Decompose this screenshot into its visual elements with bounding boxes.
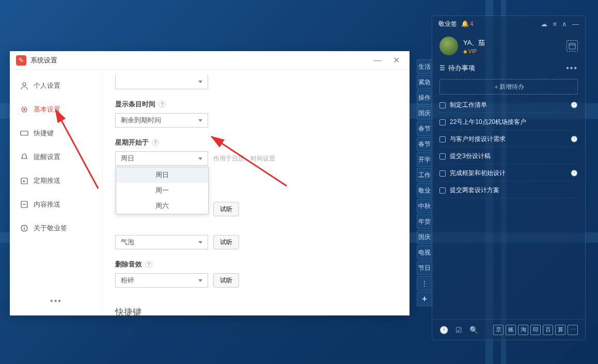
tag-sidebar: 生活 紧急 操作 国庆 春节 春节 开学 工作 敬业 中秋 年货 国庆 电视 节… [417, 59, 432, 306]
check-icon[interactable]: ☑ [455, 326, 462, 334]
sidebar-item-label: 基本设置 [34, 105, 60, 114]
history-icon[interactable]: 🕐 [439, 326, 448, 334]
try-listen-button-3[interactable]: 试听 [213, 273, 239, 288]
search-icon[interactable]: 🔍 [469, 326, 478, 334]
tag-item[interactable]: 电视 [417, 245, 432, 260]
footer-shortcut[interactable]: 京 [493, 325, 503, 335]
checkbox[interactable] [439, 170, 446, 177]
delete-sound-select[interactable]: 粉碎 [115, 273, 208, 288]
svg-point-12 [24, 226, 25, 227]
bell-icon: 🔔 [461, 20, 469, 27]
sidebar-item-about[interactable]: 关于敬业签 [10, 216, 102, 240]
sidebar-item-content[interactable]: 内容推送 [10, 193, 102, 216]
sync-icon[interactable]: ☁ [541, 20, 547, 28]
sidebar-item-personal[interactable]: 个人设置 [10, 74, 102, 98]
checkbox[interactable] [439, 102, 446, 108]
close-button[interactable]: ✕ [389, 53, 403, 68]
sidebar-item-shortcut[interactable]: 快捷键 [10, 121, 102, 145]
tag-item[interactable]: 节日 [417, 261, 432, 275]
tag-add[interactable]: + [417, 292, 432, 306]
sidebar-item-label: 快捷键 [34, 129, 54, 138]
svg-point-0 [23, 83, 26, 86]
tag-more[interactable]: ⋮ [417, 276, 432, 291]
tag-item[interactable]: 开学 [417, 152, 432, 167]
clock-icon: 🕐 [571, 170, 578, 177]
collapse-icon[interactable]: ∧ [562, 20, 567, 28]
sidebar-item-label: 个人设置 [34, 81, 60, 90]
tag-item[interactable]: 敬业 [417, 183, 432, 198]
chevron-down-icon [198, 241, 202, 244]
clock-icon: 🕐 [571, 136, 578, 143]
ghost-select[interactable] [115, 75, 208, 89]
bubble-select[interactable]: 气泡 [115, 235, 208, 249]
sidebar-item-label: 关于敬业签 [34, 224, 67, 233]
content-icon [20, 200, 28, 209]
minimize-button[interactable]: — [370, 53, 385, 68]
bell-icon [20, 153, 28, 161]
tag-item[interactable]: 生活 [417, 59, 432, 74]
minimize-icon[interactable]: — [572, 20, 579, 28]
footer-shortcut[interactable]: 算 [555, 325, 565, 335]
avatar[interactable] [439, 37, 458, 55]
help-icon[interactable]: ? [152, 139, 159, 146]
todo-item[interactable]: 制定工作清单 🕐 [439, 98, 578, 113]
display-time-label: 显示条目时间 ? [115, 100, 397, 109]
footer-shortcut[interactable]: 账 [506, 325, 516, 335]
settings-content: 显示条目时间 ? 剩余到期时间 星期开始于 ? 周日 周日 [103, 70, 410, 315]
todo-item[interactable]: 22号上午10点20机场接客户 [439, 115, 578, 130]
display-time-select[interactable]: 剩余到期时间 [115, 113, 208, 128]
svg-point-2 [23, 108, 25, 110]
todo-more-icon[interactable]: ••• [566, 64, 578, 73]
try-listen-button-1[interactable]: 试听 [213, 202, 239, 216]
tag-item[interactable]: 国庆 [417, 106, 432, 120]
todo-titlebar: 敬业签 🔔 4 ☁ ≡ ∧ — [432, 16, 585, 31]
help-icon[interactable]: ? [145, 261, 152, 268]
delete-sound-label: 删除音效 ? [115, 260, 397, 269]
checkbox[interactable] [439, 153, 446, 160]
checkbox[interactable] [439, 136, 446, 143]
dropdown-option-saturday[interactable]: 周六 [116, 198, 208, 214]
app-icon: ✎ [16, 55, 26, 66]
todo-panel: 敬业签 🔔 4 ☁ ≡ ∧ — YA、茄 ◆ VIP ☰ 待办事项 ••• ＋新… [432, 15, 586, 340]
svg-marker-7 [23, 180, 25, 182]
footer-shortcut[interactable]: 百 [543, 325, 553, 335]
chevron-down-icon [198, 279, 202, 282]
calendar-push-icon [20, 177, 28, 185]
tag-item[interactable]: 紧急 [417, 75, 432, 89]
todo-header-title: 待办事项 [448, 64, 475, 73]
sidebar-item-reminder[interactable]: 提醒设置 [10, 145, 102, 169]
sidebar-more[interactable]: ••• [10, 291, 102, 311]
tag-item[interactable]: 操作 [417, 90, 432, 105]
sidebar-item-schedule[interactable]: 定期推送 [10, 169, 102, 193]
todo-item[interactable]: 提交两套设计方案 [439, 183, 578, 198]
tag-item[interactable]: 年货 [417, 214, 432, 229]
calendar-icon[interactable] [566, 40, 578, 52]
tag-item[interactable]: 国庆 [417, 230, 432, 244]
notification-badge[interactable]: 🔔 4 [461, 20, 474, 27]
footer-shortcut[interactable]: 印 [530, 325, 541, 335]
tag-item[interactable]: 春节 [417, 137, 432, 151]
clock-icon: 🕐 [571, 102, 578, 108]
week-start-select[interactable]: 周日 周日 周一 周六 [115, 151, 208, 166]
todo-item[interactable]: 完成框架和初始设计 🕐 [439, 166, 578, 181]
user-section: YA、茄 ◆ VIP [432, 31, 585, 60]
footer-shortcut[interactable]: 淘 [518, 325, 528, 335]
tag-item[interactable]: 中秋 [417, 199, 432, 213]
checkbox[interactable] [439, 119, 446, 125]
tag-item[interactable]: 工作 [417, 168, 432, 182]
sidebar-item-basic[interactable]: 基本设置 [10, 98, 102, 121]
todo-item[interactable]: 提交3份设计稿 [439, 149, 578, 164]
help-icon[interactable]: ? [159, 101, 166, 108]
todo-item[interactable]: 与客户对接设计需求 🕐 [439, 132, 578, 147]
menu-icon[interactable]: ≡ [553, 20, 557, 28]
todo-footer: 🕐 ☑ 🔍 京 账 淘 印 百 算 ⋯ [432, 319, 585, 340]
try-listen-button-2[interactable]: 试听 [213, 235, 239, 249]
dropdown-option-sunday[interactable]: 周日 [116, 167, 208, 183]
settings-window: ✎ 系统设置 — ✕ 个人设置 基本设置 快捷键 提醒设置 [10, 51, 410, 315]
add-todo-button[interactable]: ＋新增待办 [439, 79, 578, 94]
footer-more[interactable]: ⋯ [568, 325, 578, 335]
vip-badge: ◆ VIP [463, 49, 485, 54]
tag-item[interactable]: 春节 [417, 121, 432, 136]
dropdown-option-monday[interactable]: 周一 [116, 183, 208, 198]
checkbox[interactable] [439, 187, 446, 194]
